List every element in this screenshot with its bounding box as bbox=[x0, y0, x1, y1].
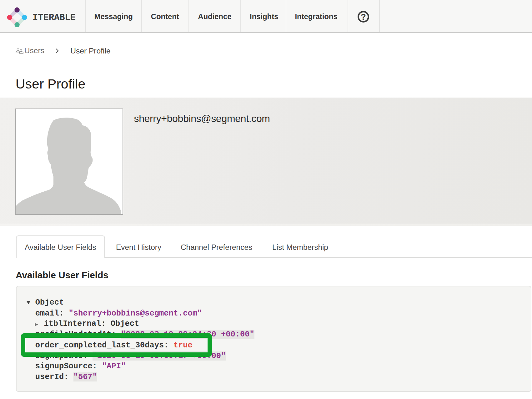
svg-text:?: ? bbox=[361, 12, 366, 22]
